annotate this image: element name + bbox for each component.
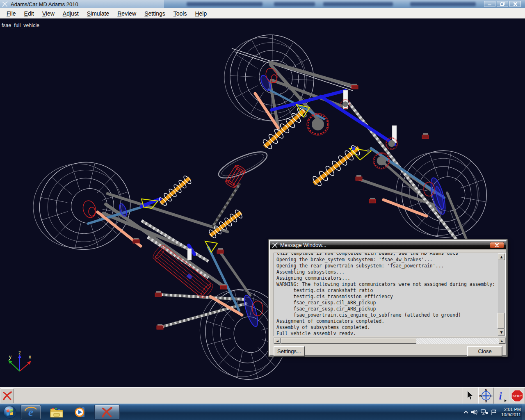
bellcrank-rockers[interactable] [142, 105, 371, 252]
network-icon[interactable] [481, 409, 488, 415]
start-button[interactable] [1, 405, 19, 420]
media-player-icon [73, 406, 86, 418]
svg-text:STOP: STOP [513, 394, 522, 398]
taskbar-clock[interactable]: 2:01 PM 10/9/2011 [501, 407, 521, 418]
adams-taskbar-icon [101, 407, 113, 418]
windows-taskbar: e [0, 404, 525, 420]
rocker-pivot [352, 147, 355, 150]
svg-text:S: S [485, 399, 487, 403]
menu-bar: File Edit View Adjust Simulate Review Se… [0, 8, 525, 19]
adams-logo-button[interactable] [1, 388, 14, 403]
menu-review[interactable]: Review [113, 9, 140, 18]
menu-adjust[interactable]: Adjust [59, 9, 83, 18]
maximize-button[interactable] [497, 1, 508, 7]
select-cursor-button[interactable] [463, 388, 478, 404]
close-icon [513, 2, 518, 6]
svg-text:N: N [485, 388, 487, 392]
wheel-rear-right[interactable] [210, 19, 329, 138]
minimize-icon [487, 2, 492, 6]
menu-help[interactable]: Help [191, 9, 211, 18]
view-compass-button[interactable]: N W E S [478, 388, 494, 404]
folder-icon [50, 406, 64, 418]
axis-label-y: y [9, 354, 11, 360]
clock-time: 2:01 PM [501, 407, 521, 412]
windows-start-icon [3, 405, 17, 419]
dialog-frame: Message Window... this template is now c… [269, 240, 507, 356]
axis-label-x: x [29, 354, 31, 360]
action-center-flag-icon[interactable] [491, 409, 497, 415]
scroll-up-button[interactable]: ▲ [498, 253, 505, 260]
info-icon: i [496, 390, 507, 402]
background-window-blur [323, 2, 393, 6]
compass-icon: N W E S [479, 388, 493, 403]
show-desktop-button[interactable] [522, 404, 525, 420]
coil-spring-front-center[interactable] [207, 208, 244, 240]
menu-settings[interactable]: Settings [140, 9, 169, 18]
coil-spring-front-left[interactable] [158, 174, 193, 207]
svg-text:W: W [479, 394, 482, 398]
cursor-arrow-icon [466, 391, 475, 401]
taskbar-media-player[interactable] [69, 405, 90, 420]
clipped-log-line: this template is now completed with beam… [276, 253, 495, 256]
vertical-scroll-thumb[interactable] [498, 313, 504, 329]
steering-assembly[interactable] [212, 147, 270, 228]
dialog-title-bar[interactable]: Message Window... [270, 241, 506, 249]
clock-date: 10/9/2011 [501, 412, 521, 418]
stop-button[interactable]: STOP [509, 388, 525, 404]
coil-spring-rear-right[interactable] [310, 143, 363, 188]
scroll-down-button[interactable]: ▼ [498, 329, 505, 336]
vertical-scrollbar[interactable]: ▲ ▼ [498, 253, 505, 336]
dialog-close-button[interactable] [490, 242, 504, 248]
close-dialog-button[interactable]: Close [467, 346, 502, 356]
adams-dialog-icon [272, 242, 278, 248]
rocker-pivot [367, 149, 370, 153]
window-title: Adams/Car MD Adams 2010 [11, 1, 78, 7]
information-button[interactable]: i [494, 388, 509, 404]
taskbar-adams-car[interactable] [94, 405, 120, 420]
background-window-blur [410, 2, 476, 6]
hidden-icons-chevron[interactable] [463, 410, 468, 414]
svg-text:i: i [499, 390, 502, 402]
close-button[interactable] [509, 1, 521, 7]
message-log-area[interactable]: this template is now completed with beam… [274, 253, 506, 336]
menu-view[interactable]: View [38, 9, 59, 18]
settings-button[interactable]: Settings... [274, 346, 305, 356]
minimize-button[interactable] [484, 1, 495, 7]
restore-icon [500, 2, 505, 6]
scroll-right-button[interactable]: ► [499, 338, 505, 344]
dialog-title: Message Window... [280, 242, 326, 248]
message-window-dialog[interactable]: Message Window... this template is now c… [268, 239, 508, 357]
system-tray: 2:01 PM 10/9/2011 [463, 404, 521, 420]
horizontal-scrollbar[interactable]: ◄ ► [274, 338, 506, 344]
menu-edit[interactable]: Edit [20, 9, 38, 18]
stop-sign-icon: STOP [511, 390, 523, 402]
horizontal-scroll-thumb[interactable] [281, 338, 416, 344]
background-window-blur [187, 2, 262, 6]
scroll-left-button[interactable]: ◄ [274, 338, 281, 344]
background-window-blur [274, 2, 315, 6]
damper-cylinder[interactable] [151, 243, 215, 299]
status-toolbar: N W E S i STOP [0, 387, 525, 404]
menu-tools[interactable]: Tools [169, 9, 191, 18]
title-bar[interactable]: Adams/Car MD Adams 2010 [0, 0, 525, 8]
adams-logo-icon [2, 390, 12, 401]
svg-text:E: E [491, 394, 493, 398]
taskbar-windows-explorer[interactable] [46, 405, 67, 420]
menu-file[interactable]: File [2, 9, 20, 18]
adams-car-window: Adams/Car MD Adams 2010 File Edit View [0, 0, 525, 420]
internet-explorer-icon: e [24, 406, 37, 419]
message-log-text: Opening the brake_system subsystem: 'fsa… [276, 257, 495, 335]
volume-icon[interactable] [471, 409, 478, 415]
menu-simulate[interactable]: Simulate [83, 9, 113, 18]
close-icon [495, 243, 499, 247]
view-triad: y z x [8, 350, 31, 371]
axis-label-z: z [18, 350, 21, 356]
taskbar-internet-explorer[interactable]: e [21, 405, 41, 420]
adams-app-icon [2, 1, 8, 7]
